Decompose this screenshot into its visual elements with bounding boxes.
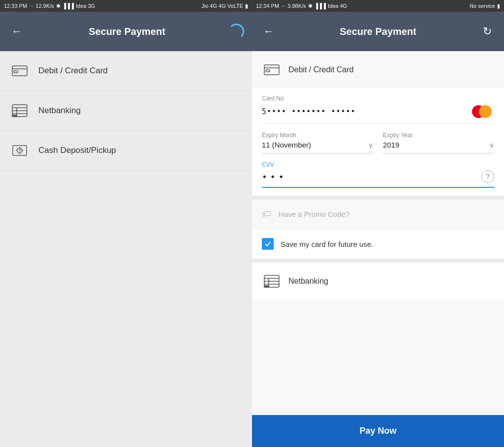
expiry-month-dropdown[interactable]: 11 (November) ∨: [262, 141, 373, 153]
right-time: 12:34 PM: [256, 3, 279, 9]
expiry-year-dropdown[interactable]: 2019 ∨: [383, 141, 494, 153]
expiry-month-field: Expiry Month 11 (November) ∨: [262, 132, 373, 153]
right-signal-bars: ▐▐▐: [315, 3, 326, 9]
promo-section[interactable]: 🏷 Have a Promo Code?: [252, 200, 504, 229]
signal-bars-icon: ▐▐▐: [63, 3, 74, 9]
right-speed: 3.98K/s: [287, 3, 306, 9]
cvv-field: CVV ?: [262, 161, 494, 188]
right-panel: 12:34 PM ··· 3.98K/s ✱ ▐▐▐ Idea 4G No se…: [252, 0, 504, 447]
left-time: 12:33 PM: [4, 3, 27, 9]
card-number-group: Card No 5•••• ••••••• •••••: [262, 95, 494, 124]
card-section-title: Debit / Credit Card: [288, 65, 354, 74]
save-card-checkbox[interactable]: [262, 238, 274, 250]
left-panel: 12:33 PM ··· 12.9K/s ✱ ▐▐▐ Idea 3G Jio 4…: [0, 0, 252, 447]
cvv-label: CVV: [262, 161, 494, 168]
svg-rect-8: [12, 115, 17, 117]
right-title: Secure Payment: [340, 26, 416, 37]
right-signal: ···: [281, 3, 285, 9]
netbanking-label: Netbanking: [288, 277, 328, 286]
loading-spinner: [228, 24, 244, 39]
left-title: Secure Payment: [89, 26, 165, 37]
svg-rect-2: [14, 71, 18, 73]
cvv-input[interactable]: [262, 172, 448, 182]
menu-label-netbanking: Netbanking: [38, 106, 81, 116]
cash-icon: ₹: [10, 141, 30, 160]
right-status-bar: 12:34 PM ··· 3.98K/s ✱ ▐▐▐ Idea 4G No se…: [252, 0, 504, 12]
expiry-month-chevron: ∨: [368, 141, 373, 149]
right-header: ← Secure Payment ↻: [252, 12, 504, 51]
save-card-section[interactable]: Save my card for future use.: [252, 229, 504, 263]
pay-now-button[interactable]: Pay Now: [252, 415, 504, 447]
right-content: Debit / Credit Card Card No 5•••• ••••••…: [252, 51, 504, 415]
card-section-header: Debit / Credit Card: [252, 51, 504, 87]
cvv-help-button[interactable]: ?: [481, 170, 494, 183]
right-no-service: No service: [470, 3, 495, 9]
expiry-year-value: 2019: [383, 141, 399, 149]
battery-icon: ▮: [245, 3, 248, 9]
right-card-icon: [262, 60, 282, 80]
menu-item-cash-deposit[interactable]: ₹ Cash Deposit/Pickup: [0, 131, 252, 171]
menu-item-debit-credit[interactable]: Debit / Credit Card: [0, 51, 252, 91]
mastercard-logo: [471, 104, 494, 119]
tag-icon: 🏷: [262, 209, 272, 220]
left-menu-content: Debit / Credit Card Netbanking: [0, 51, 252, 447]
left-network2: Jio 4G 4G VoLTE: [201, 3, 243, 9]
left-network: Idea 3G: [76, 3, 95, 9]
expiry-year-field: Expiry Year 2019 ∨: [383, 132, 494, 153]
netbanking-icon: [10, 101, 30, 120]
svg-rect-18: [266, 70, 270, 72]
right-bluetooth-icon: ✱: [308, 3, 313, 9]
right-network: Idea 4G: [328, 3, 347, 9]
right-netbanking-icon: [262, 271, 282, 291]
card-no-row: 5•••• ••••••• •••••: [262, 104, 494, 124]
mc-circle-right: [479, 105, 492, 118]
netbanking-item[interactable]: Netbanking: [252, 263, 504, 300]
expiry-month-value: 11 (November): [262, 141, 311, 149]
expiry-year-chevron: ∨: [489, 141, 494, 149]
right-battery-icon: ▮: [497, 3, 500, 9]
svg-text:₹: ₹: [19, 149, 21, 153]
left-status-bar: 12:33 PM ··· 12.9K/s ✱ ▐▐▐ Idea 3G Jio 4…: [0, 0, 252, 12]
right-back-button[interactable]: ←: [260, 23, 278, 40]
refresh-button[interactable]: ↻: [478, 23, 496, 40]
card-form-area: Card No 5•••• ••••••• ••••• Expiry Month: [252, 87, 504, 200]
left-status-left: 12:33 PM ··· 12.9K/s ✱ ▐▐▐ Idea 3G: [4, 3, 95, 9]
right-status-right: No service ▮: [470, 3, 500, 9]
cvv-row: ?: [262, 170, 494, 188]
expiry-row: Expiry Month 11 (November) ∨ Expiry Year…: [262, 132, 494, 153]
menu-item-netbanking[interactable]: Netbanking: [0, 91, 252, 131]
left-speed: 12.9K/s: [35, 3, 54, 9]
card-no-label: Card No: [262, 95, 494, 102]
promo-placeholder: Have a Promo Code?: [279, 210, 349, 218]
save-card-label: Save my card for future use.: [281, 240, 373, 248]
bluetooth-icon: ✱: [56, 3, 61, 9]
menu-label-cash-deposit: Cash Deposit/Pickup: [38, 146, 116, 155]
left-header: ← Secure Payment: [0, 12, 252, 51]
card-icon: [10, 61, 30, 81]
left-signal: ···: [29, 3, 33, 9]
help-icon: ?: [486, 173, 490, 180]
left-status-right: Jio 4G 4G VoLTE ▮: [201, 3, 248, 9]
expiry-month-label: Expiry Month: [262, 132, 373, 139]
expiry-year-label: Expiry Year: [383, 132, 494, 139]
menu-label-debit-credit: Debit / Credit Card: [38, 66, 108, 76]
svg-rect-24: [264, 286, 269, 287]
card-number-masked: 5•••• ••••••• •••••: [262, 107, 356, 116]
left-back-button[interactable]: ←: [8, 23, 26, 40]
right-status-left: 12:34 PM ··· 3.98K/s ✱ ▐▐▐ Idea 4G: [256, 3, 347, 9]
